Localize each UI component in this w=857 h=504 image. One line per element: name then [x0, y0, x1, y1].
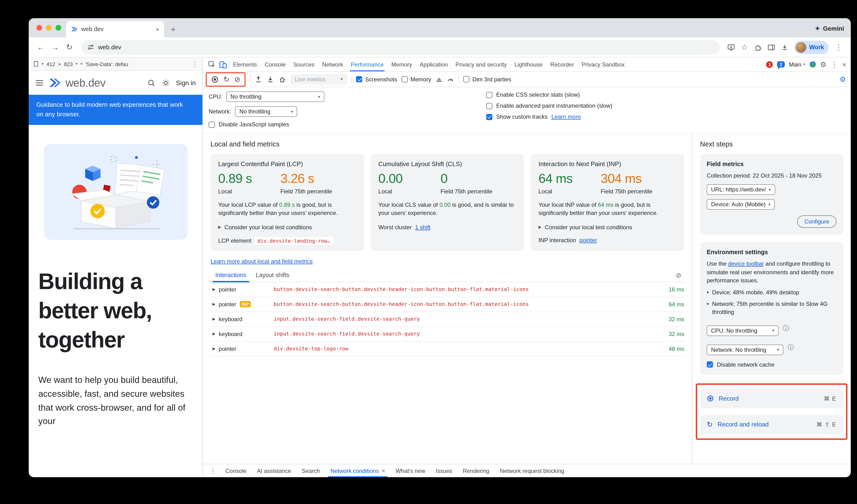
info-icon[interactable]: ⓘ: [788, 343, 794, 352]
field-device-select[interactable]: Device: Auto (Mobile) ▾: [707, 199, 775, 210]
devtools-tab-memory[interactable]: Memory: [388, 57, 416, 71]
field-url-select[interactable]: URL: https://web.dev/ ▾: [707, 185, 775, 195]
address-bar[interactable]: web.dev: [81, 40, 720, 54]
disable-network-cache-checkbox[interactable]: Disable network cache: [707, 361, 836, 368]
zoom-caret-icon[interactable]: ▾: [75, 62, 78, 66]
interaction-target[interactable]: button.devsite-search-button.devsite-hea…: [274, 286, 659, 293]
drawer-tab-rendering[interactable]: Rendering: [457, 464, 494, 477]
drawer-tab-ai-assistance[interactable]: AI assistance: [252, 464, 297, 477]
lcp-element-chip[interactable]: div.devsite-landing-row-ite…: [255, 237, 334, 245]
screenshots-checkbox[interactable]: Screenshots: [356, 76, 397, 83]
devtools-tab-privacy-sandbox[interactable]: Privacy Sandbox: [578, 57, 628, 71]
clear-icon[interactable]: ⊘: [234, 75, 240, 83]
devtools-settings-gear-icon[interactable]: ⚙: [820, 61, 827, 68]
tab-interactions[interactable]: Interactions: [211, 269, 251, 282]
back-button[interactable]: ←: [34, 43, 47, 51]
browser-tab[interactable]: web.dev ×: [66, 21, 164, 37]
interaction-target[interactable]: div.devsite-top-logo-row: [274, 346, 659, 352]
status-icon[interactable]: [810, 61, 816, 67]
devtools-tab-privacy-security[interactable]: Privacy and security: [452, 57, 511, 71]
window-close-button[interactable]: [36, 25, 42, 31]
devtools-tab-performance[interactable]: Performance: [347, 57, 387, 71]
drawer-tab-console[interactable]: Console: [220, 464, 252, 477]
reload-button[interactable]: ↻: [63, 43, 75, 51]
viewport-height[interactable]: 823: [64, 61, 73, 67]
table-row[interactable]: ▶keyboard input.devsite-search-field.dev…: [211, 312, 684, 327]
throttle-caret-icon[interactable]: ▾: [80, 62, 82, 66]
checkbox-icon[interactable]: [402, 76, 408, 82]
site-logo-text[interactable]: web.dev: [66, 76, 105, 89]
metrics-learn-more-link[interactable]: Learn more about local and field metrics: [211, 258, 313, 265]
device-select-icon[interactable]: [33, 61, 39, 67]
cls-worst-cluster-link[interactable]: 1 shift: [415, 224, 431, 231]
env-cpu-select[interactable]: CPU: No throttling ▾: [707, 325, 778, 336]
site-settings-icon[interactable]: [87, 44, 94, 51]
expand-triangle-icon[interactable]: ▶: [213, 332, 215, 336]
devtools-tab-sources[interactable]: Sources: [289, 57, 318, 71]
error-count-badge[interactable]: 1: [766, 61, 773, 68]
drawer-tab-whats-new[interactable]: What's new: [390, 464, 431, 477]
table-row[interactable]: ▶pointer div.devsite-top-logo-row 48 ms: [211, 342, 684, 357]
window-minimize-button[interactable]: [46, 25, 52, 31]
record-button[interactable]: Record ⌘ E: [700, 389, 843, 408]
expand-triangle-icon[interactable]: ▶: [213, 302, 215, 306]
drawer-tab-network-request-blocking[interactable]: Network request blocking: [494, 464, 569, 477]
gemini-button[interactable]: ✦ Gemini: [815, 25, 844, 32]
new-tab-button[interactable]: +: [171, 26, 175, 34]
browser-menu-icon[interactable]: ⋮: [833, 44, 845, 51]
dim-3rd-parties-checkbox[interactable]: Dim 3rd parties: [463, 76, 511, 83]
devtools-tab-recorder[interactable]: Recorder: [547, 57, 578, 71]
device-toolbar-menu-icon[interactable]: ⋮: [192, 60, 198, 67]
devtools-tab-lighthouse[interactable]: Lighthouse: [511, 57, 547, 71]
checkbox-checked-icon[interactable]: [707, 362, 713, 368]
expand-triangle-icon[interactable]: ▶: [213, 317, 215, 321]
install-icon[interactable]: [725, 43, 737, 51]
network-throttle-select[interactable]: No throttling ▾: [235, 106, 297, 117]
table-row[interactable]: ▶pointer button.devsite-search-button.de…: [211, 282, 684, 297]
env-network-select[interactable]: Network: No throttling ▾: [707, 345, 783, 355]
checkbox-icon[interactable]: [463, 76, 469, 82]
devtools-tab-network[interactable]: Network: [318, 57, 347, 71]
table-row[interactable]: ▶pointerINP button.devsite-search-button…: [211, 297, 684, 312]
sign-in-button[interactable]: Sign in: [176, 79, 196, 86]
configure-button[interactable]: Configure: [797, 216, 836, 228]
checkbox-checked-icon[interactable]: [486, 114, 492, 120]
capture-settings-gear-icon[interactable]: ⚙: [840, 75, 846, 84]
load-profile-icon[interactable]: [255, 75, 262, 83]
live-metrics-home-icon[interactable]: [279, 75, 286, 83]
devtools-tab-console[interactable]: Console: [261, 57, 289, 71]
webdev-logo-icon[interactable]: [48, 77, 61, 89]
tab-close-icon[interactable]: ×: [156, 26, 159, 33]
drawer-tab-close-icon[interactable]: ×: [382, 467, 385, 474]
interaction-target[interactable]: input.devsite-search-field.devsite-searc…: [274, 331, 659, 337]
context-selector[interactable]: Main ▾: [789, 61, 805, 68]
expand-triangle-icon[interactable]: ▶: [213, 287, 215, 292]
hamburger-menu-icon[interactable]: [35, 80, 44, 86]
device-toolbar-toggle-icon[interactable]: [217, 61, 229, 68]
info-icon[interactable]: ⓘ: [783, 324, 789, 333]
checkbox-icon[interactable]: [486, 103, 492, 109]
network-conditions-icon[interactable]: [435, 75, 443, 83]
interaction-target[interactable]: input.devsite-search-field.devsite-searc…: [274, 316, 659, 322]
table-row[interactable]: ▶keyboard input.devsite-search-field.dev…: [211, 327, 684, 342]
drawer-tab-network-conditions[interactable]: Network conditions ×: [325, 464, 390, 477]
device-toolbar-link[interactable]: device toolbar: [728, 261, 764, 267]
expand-triangle-icon[interactable]: ▶: [213, 347, 215, 351]
downloads-icon[interactable]: [779, 43, 790, 51]
interaction-target[interactable]: button.devsite-search-button.devsite-hea…: [274, 301, 659, 307]
lcp-test-conditions-expander[interactable]: ▶ Consider your local test conditions: [218, 224, 356, 231]
window-zoom-button[interactable]: [55, 25, 61, 31]
devtools-menu-icon[interactable]: ⋮: [831, 61, 838, 68]
profile-chip[interactable]: Work: [794, 40, 829, 54]
record-and-reload-button[interactable]: ↻ Record and reload ⌘ ⇧ E: [700, 415, 843, 434]
save-profile-icon[interactable]: [267, 75, 274, 83]
device-select-caret-icon[interactable]: ▾: [41, 62, 44, 66]
clear-log-icon[interactable]: ⊘: [676, 271, 684, 279]
custom-tracks-learn-more-link[interactable]: Learn more: [552, 114, 581, 120]
search-icon[interactable]: [147, 79, 155, 87]
cpu-throttle-gauge-icon[interactable]: [447, 75, 454, 83]
drawer-tab-issues[interactable]: Issues: [431, 464, 457, 477]
inp-interaction-link[interactable]: pointer: [579, 237, 597, 243]
devtools-close-icon[interactable]: ×: [842, 61, 846, 68]
side-panel-icon[interactable]: [766, 43, 777, 51]
